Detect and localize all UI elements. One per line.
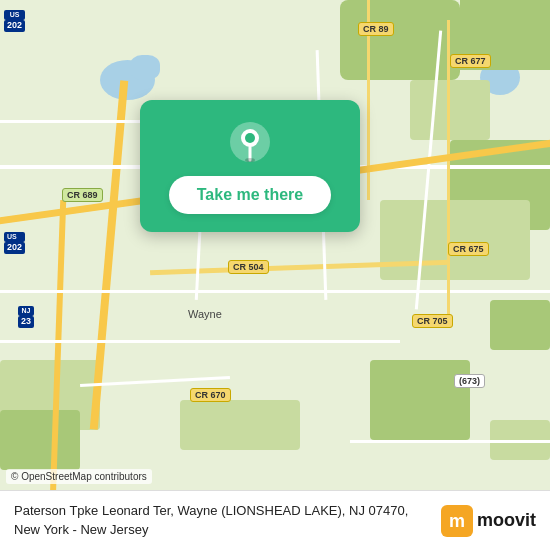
- road: [0, 340, 400, 343]
- wayne-label: Wayne: [188, 308, 222, 320]
- road-badge-cr677: CR 677: [450, 54, 491, 68]
- info-bar: Paterson Tpke Leonard Ter, Wayne (LIONSH…: [0, 490, 550, 550]
- address-text: Paterson Tpke Leonard Ter, Wayne (LIONSH…: [14, 502, 441, 538]
- road-badge-cr689: CR 689: [62, 188, 103, 202]
- road-badge-nj23: NJ 23: [18, 306, 34, 328]
- major-road: [90, 80, 128, 429]
- moovit-logo: m moovit: [441, 505, 536, 537]
- road: [350, 440, 550, 443]
- osm-attribution: © OpenStreetMap contributors: [6, 469, 152, 484]
- water-body: [130, 55, 160, 80]
- road-badge-cr675: CR 675: [448, 242, 489, 256]
- map-container: CR 89 CR 677 CR 689 CR 504 CR 675 CR 705…: [0, 0, 550, 490]
- take-me-there-button[interactable]: Take me there: [169, 176, 331, 214]
- svg-point-2: [245, 133, 255, 143]
- green-area: [380, 200, 530, 280]
- road-badge-673: (673): [454, 374, 485, 388]
- svg-point-3: [245, 158, 255, 162]
- map-popup: Take me there: [140, 100, 360, 232]
- road-badge-us202: US 202: [4, 232, 25, 254]
- location-pin: [228, 120, 272, 164]
- green-area: [340, 0, 460, 80]
- green-area: [490, 300, 550, 350]
- road-badge-cr705: CR 705: [412, 314, 453, 328]
- svg-text:m: m: [449, 511, 465, 531]
- road-badge-cr504: CR 504: [228, 260, 269, 274]
- road-badge-cr89: CR 89: [358, 22, 394, 36]
- road-badge-cr670: CR 670: [190, 388, 231, 402]
- osm-text: © OpenStreetMap contributors: [11, 471, 147, 482]
- green-area: [410, 80, 490, 140]
- moovit-icon: m: [441, 505, 473, 537]
- road: [0, 290, 550, 293]
- road: [80, 376, 230, 387]
- green-area: [0, 410, 80, 470]
- road-badge-nj202: US 202: [4, 10, 25, 32]
- green-area: [180, 400, 300, 450]
- green-area: [370, 360, 470, 440]
- moovit-text: moovit: [477, 510, 536, 531]
